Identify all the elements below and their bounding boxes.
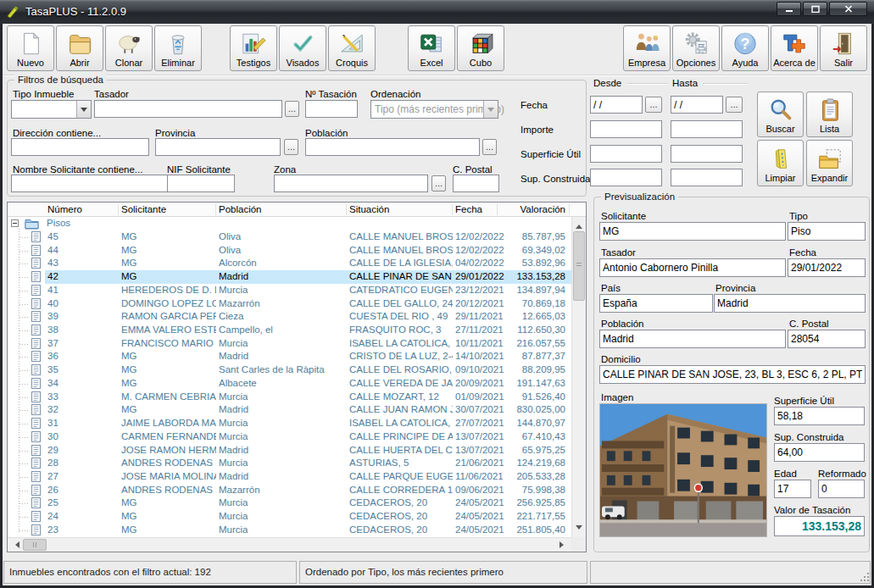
toolbar-button-croquis[interactable]: Croquis	[328, 25, 376, 71]
toolbar-button-ayuda[interactable]: ? Ayuda	[721, 25, 769, 71]
table-row[interactable]: 26 ANDRES RODENAS PINA Mazarrón CALLE CO…	[8, 484, 571, 497]
importe-desde-input[interactable]	[590, 120, 662, 138]
table-row[interactable]: 41 HEREDEROS DE D. DIEG Murcia CATEDRATI…	[8, 284, 571, 297]
table-row[interactable]: 25 MG Murcia CEDACEROS, 20 24/05/2021 25…	[8, 496, 571, 510]
property-photo[interactable]	[599, 403, 767, 537]
nif-solicitante-input[interactable]	[167, 175, 235, 192]
buscar-button[interactable]: Buscar	[757, 92, 804, 137]
table-row[interactable]: 39 RAMON GARCIA PEREZ Cieza CUESTA DEL R…	[8, 310, 571, 324]
preview-domicilio-value[interactable]	[599, 365, 866, 384]
toolbar-button-excel[interactable]: Excel	[408, 25, 455, 71]
table-row[interactable]: 42 MG Madrid CALLE PINAR DE SAN JO 29/01…	[8, 270, 571, 284]
table-row[interactable]: 31 JAIME LABORDA MARTII Murcia ISABEL LA…	[8, 417, 571, 430]
fecha-hasta-calendar-button[interactable]: ...	[726, 97, 743, 113]
nombre-solicitante-input[interactable]	[11, 175, 186, 192]
table-row[interactable]: 45 MG Oliva CALLE MANUEL BROSET 12/02/20…	[8, 230, 571, 244]
toolbar-button-cubo[interactable]: Cubo	[457, 25, 504, 71]
tree-group-row[interactable]: Pisos	[8, 217, 571, 230]
preview-fecha-value[interactable]	[788, 258, 866, 277]
superficie-util-desde-input[interactable]	[590, 145, 662, 163]
maximize-button[interactable]	[803, 2, 827, 16]
table-row[interactable]: 34 MG Albacete CALLE VEREDA DE JAEN 20/0…	[8, 377, 571, 391]
table-row[interactable]: 23 MG Murcia CEDACEROS, 20 24/05/2021 25…	[8, 524, 571, 537]
table-row[interactable]: 28 ANDRES RODENAS PINA Murcia ASTURIAS, …	[8, 457, 571, 470]
column-header-numero[interactable]: Número	[47, 204, 82, 214]
importe-hasta-input[interactable]	[671, 120, 743, 138]
direccion-input[interactable]	[11, 138, 149, 156]
toolbar-button-opciones[interactable]: Opciones	[672, 25, 720, 71]
preview-sup-construida-value[interactable]	[774, 443, 865, 462]
lista-button[interactable]: Lista	[806, 92, 853, 137]
table-row[interactable]: 38 EMMA VALERO ESTEVE Campello, el FRASQ…	[8, 324, 571, 337]
table-row[interactable]: 33 M. CARMEN CEBRIAN LO Murcia CALLE MOZ…	[8, 391, 571, 404]
table-row[interactable]: 35 MG Sant Carles de la Ràpita CALLE DEL…	[8, 363, 571, 377]
limpiar-button[interactable]: Limpiar	[757, 140, 804, 186]
table-row[interactable]: 40 DOMINGO LOPEZ LOPEZ Mazarrón CALLE DE…	[8, 297, 571, 311]
zona-input[interactable]	[274, 175, 428, 192]
table-row[interactable]: 24 MG Murcia CEDACEROS, 20 24/05/2021 22…	[8, 510, 571, 524]
num-tasacion-input[interactable]	[305, 100, 358, 118]
scroll-left-icon[interactable]	[12, 541, 19, 548]
table-row[interactable]: 29 JOSE RAMON HERMIDA Madrid CALLE HUERT…	[8, 444, 571, 458]
vertical-scroll-thumb[interactable]	[573, 231, 585, 301]
poblacion-browse-button[interactable]: ...	[482, 139, 497, 155]
toolbar-button-visados[interactable]: Visados	[279, 25, 326, 71]
preview-pais-value[interactable]	[599, 294, 713, 313]
preview-edad-value[interactable]	[774, 480, 811, 498]
column-header-valoracion[interactable]: Valoración	[500, 204, 565, 214]
tasador-browse-button[interactable]: ...	[285, 101, 299, 117]
table-row[interactable]: 32 MG Madrid CALLE JUAN RAMON JIM 30/07/…	[8, 403, 571, 417]
preview-superficie-util-value[interactable]	[774, 407, 865, 425]
horizontal-scrollbar[interactable]	[8, 537, 571, 552]
resize-grip-icon[interactable]	[860, 572, 870, 582]
provincia-browse-button[interactable]: ...	[284, 139, 298, 155]
title-bar[interactable]: TasaPLUS - 11.2.0.9	[0, 0, 874, 24]
toolbar-button-acerca[interactable]: Acerca de	[771, 25, 818, 71]
table-row[interactable]: 37 FRANCISCO MARIO SAN Murcia ISABEL LA …	[8, 337, 571, 351]
c-postal-input[interactable]	[453, 175, 499, 192]
preview-c-postal-value[interactable]	[788, 330, 866, 348]
fecha-hasta-input[interactable]	[671, 96, 723, 114]
tipo-inmueble-select[interactable]	[11, 100, 92, 119]
toolbar-button-salir[interactable]: Salir	[820, 25, 867, 71]
preview-poblacion-value[interactable]	[599, 330, 786, 348]
preview-provincia-value[interactable]	[714, 294, 866, 313]
sup-construida-desde-input[interactable]	[590, 169, 662, 186]
fecha-desde-calendar-button[interactable]: ...	[645, 97, 662, 113]
superficie-util-hasta-input[interactable]	[671, 145, 743, 163]
table-row[interactable]: 44 MG Oliva CALLE MANUEL BROSET 12/02/20…	[8, 244, 571, 258]
provincia-input[interactable]	[155, 138, 281, 156]
preview-tasador-value[interactable]	[599, 258, 786, 277]
fecha-desde-input[interactable]	[590, 96, 643, 114]
chevron-down-icon[interactable]	[76, 101, 91, 118]
scroll-down-icon[interactable]	[576, 525, 582, 533]
preview-solicitante-value[interactable]	[599, 222, 786, 241]
close-button[interactable]	[829, 2, 867, 16]
poblacion-input[interactable]	[305, 138, 480, 156]
scroll-right-icon[interactable]	[559, 541, 567, 548]
preview-tipo-value[interactable]	[788, 222, 866, 241]
vertical-scrollbar[interactable]	[571, 217, 586, 537]
toolbar-button-abrir[interactable]: Abrir	[56, 25, 103, 71]
preview-reformado-value[interactable]	[818, 480, 865, 498]
horizontal-scroll-thumb[interactable]	[23, 539, 47, 551]
ordenacion-select[interactable]: Tipo (más recientes primero)	[370, 100, 498, 119]
tasador-input[interactable]	[94, 100, 282, 118]
zona-browse-button[interactable]: ...	[431, 175, 446, 191]
expandir-button[interactable]: Expandir	[806, 140, 853, 186]
toolbar-button-eliminar[interactable]: Eliminar	[154, 25, 202, 71]
scroll-up-icon[interactable]	[576, 221, 582, 229]
toolbar-button-empresa[interactable]: Empresa	[623, 25, 671, 71]
column-header-fecha[interactable]: Fecha	[455, 204, 482, 214]
collapse-icon[interactable]	[11, 219, 19, 227]
toolbar-button-clonar[interactable]: Clonar	[105, 25, 153, 71]
column-header-situacion[interactable]: Situación	[349, 204, 389, 214]
table-row[interactable]: 43 MG Alcorcón CALLE DE LA IGLESIA, 3 04…	[8, 257, 571, 270]
table-row[interactable]: 36 MG Madrid CRISTO DE LA LUZ, 2-40 14/1…	[8, 350, 571, 363]
column-header-poblacion[interactable]: Población	[219, 204, 262, 214]
preview-valor-tasacion-value[interactable]	[774, 516, 865, 536]
toolbar-button-testigos[interactable]: Testigos	[230, 25, 277, 71]
table-row[interactable]: 27 JOSE MARIA MOLINA Madrid CALLE PARQUE…	[8, 470, 571, 484]
column-header-solicitante[interactable]: Solicitante	[121, 204, 166, 214]
sup-construida-hasta-input[interactable]	[671, 169, 743, 186]
